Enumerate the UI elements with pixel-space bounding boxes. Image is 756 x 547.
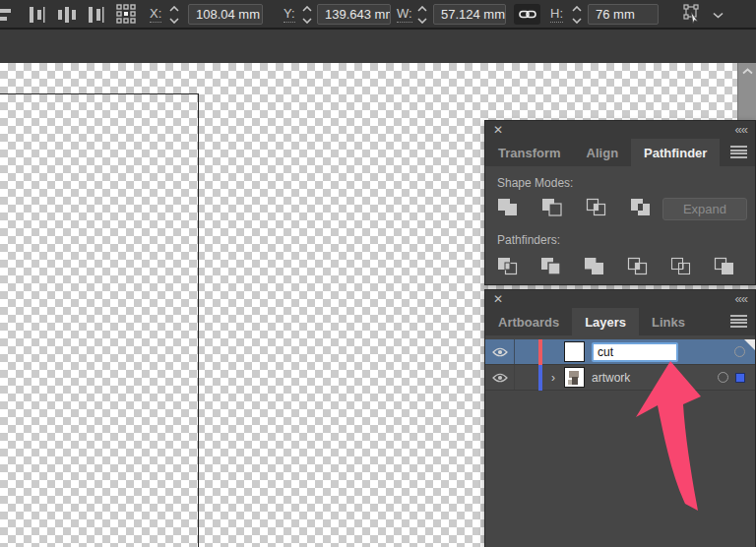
collapse-panel-icon[interactable]: «« (735, 124, 747, 136)
shape-modes-label: Shape Modes: (497, 176, 573, 190)
expand-chevron-icon[interactable]: › (542, 371, 564, 385)
unite-icon[interactable] (497, 198, 519, 217)
distribute-vertical-b-icon[interactable] (55, 5, 77, 25)
layers-panel: ✕ «« Artboards Layers Links (484, 289, 756, 547)
layer-row-artwork[interactable]: › artwork (485, 365, 755, 391)
visibility-eye-icon[interactable] (485, 339, 515, 364)
outline-icon[interactable] (670, 257, 692, 276)
artboard-outline (0, 93, 199, 547)
y-stepper[interactable] (301, 6, 313, 24)
pathfinders-label: Pathfinders: (497, 233, 560, 247)
layers-panel-titlebar: ✕ «« (485, 290, 755, 308)
pathfinder-panel-titlebar: ✕ «« (485, 121, 755, 139)
lock-column[interactable] (515, 339, 538, 364)
canvas-top-bar (0, 31, 756, 63)
panel-menu-icon[interactable] (730, 315, 747, 328)
close-icon[interactable]: ✕ (493, 293, 503, 305)
illustrator-window: X: Y: W: H: (0, 0, 756, 547)
scroll-up-icon[interactable] (742, 68, 753, 75)
tab-transform[interactable]: Transform (485, 139, 574, 166)
transform-options-icon[interactable] (679, 5, 705, 25)
x-label[interactable]: X: (150, 7, 161, 23)
pathfinder-tabbar: Transform Align Pathfinder (485, 139, 755, 166)
row-corner-indicator (744, 339, 755, 350)
tab-artboards[interactable]: Artboards (485, 308, 572, 335)
trim-icon[interactable] (540, 257, 562, 276)
distribute-vertical-c-icon[interactable] (85, 5, 106, 25)
layer-color-bar (538, 339, 542, 365)
minus-front-icon[interactable] (541, 198, 563, 217)
minus-back-icon[interactable] (714, 257, 735, 276)
selection-indicator-square[interactable] (735, 373, 745, 383)
tab-layers[interactable]: Layers (572, 308, 639, 335)
pathfinders-row (497, 257, 735, 276)
divide-icon[interactable] (497, 257, 519, 276)
crop-icon[interactable] (627, 257, 649, 276)
x-input[interactable] (188, 4, 263, 25)
control-bar: X: Y: W: H: (0, 0, 756, 30)
w-input[interactable] (433, 4, 506, 25)
vertical-scrollbar[interactable] (737, 63, 756, 122)
align-bars-icon[interactable] (0, 5, 15, 25)
pathfinder-body: Shape Modes: Expand Pathfinders: (485, 166, 755, 286)
target-circle-icon[interactable] (718, 372, 728, 383)
h-label[interactable]: H: (550, 7, 563, 23)
tab-links[interactable]: Links (639, 308, 698, 335)
layer-thumbnail[interactable] (564, 367, 585, 388)
layer-thumbnail[interactable] (564, 341, 585, 362)
layers-tabbar: Artboards Layers Links (485, 308, 755, 335)
pathfinder-panel: ✕ «« Transform Align Pathfinder Shape Mo… (484, 120, 756, 285)
w-stepper[interactable] (416, 6, 428, 24)
x-stepper[interactable] (168, 6, 180, 24)
h-input[interactable] (588, 4, 659, 25)
exclude-icon[interactable] (630, 198, 652, 217)
intersect-icon[interactable] (586, 198, 607, 217)
close-icon[interactable]: ✕ (493, 124, 503, 136)
tab-pathfinder[interactable]: Pathfinder (631, 139, 720, 166)
distribute-vertical-a-icon[interactable] (26, 5, 47, 25)
merge-icon[interactable] (584, 257, 605, 276)
panel-menu-icon[interactable] (730, 146, 747, 158)
lock-column[interactable] (515, 365, 538, 390)
layer-name-label[interactable]: artwork (592, 371, 630, 385)
tab-align[interactable]: Align (574, 139, 632, 166)
constrain-proportions-link-icon[interactable] (514, 4, 540, 25)
h-stepper[interactable] (571, 6, 583, 24)
reference-point-grid-icon[interactable] (115, 4, 137, 24)
layer-name-input[interactable] (592, 342, 678, 362)
visibility-eye-icon[interactable] (485, 365, 515, 390)
transform-options-chevron-icon[interactable] (711, 5, 724, 25)
layer-row-cut[interactable] (485, 339, 755, 365)
expand-button[interactable]: Expand (662, 198, 747, 220)
shape-modes-row (497, 198, 652, 217)
w-label[interactable]: W: (397, 7, 412, 23)
y-label[interactable]: Y: (284, 7, 295, 23)
y-input[interactable] (317, 4, 391, 25)
collapse-panel-icon[interactable]: «« (735, 293, 747, 305)
